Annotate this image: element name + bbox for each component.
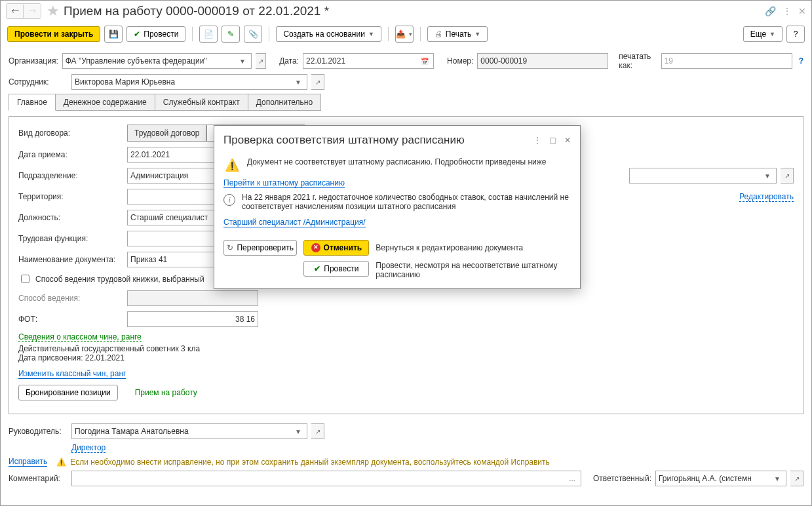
- close-icon[interactable]: ✕: [798, 6, 806, 16]
- change-rank-link[interactable]: Изменить классный чин, ранг: [18, 369, 126, 379]
- print-as-label: печатать как:: [619, 52, 657, 70]
- back-button[interactable]: 🡐: [7, 4, 24, 18]
- menu-icon[interactable]: ⋮: [783, 6, 792, 16]
- favorite-icon[interactable]: ★: [47, 3, 60, 20]
- head-post-link[interactable]: Директор: [71, 443, 106, 453]
- chevron-down-icon[interactable]: ▼: [762, 172, 773, 180]
- position-label: Должность:: [18, 213, 123, 222]
- chevron-down-icon[interactable]: ▼: [237, 58, 248, 65]
- resp-field[interactable]: Григорьянц А.А. (системн ▼: [655, 471, 786, 486]
- func-label: Трудовая функция:: [18, 234, 123, 243]
- window-title: Прием на работу 0000-000019 от 22.01.202…: [64, 4, 329, 18]
- dialog-close-icon[interactable]: ✕: [564, 136, 571, 145]
- save-button[interactable]: 💾: [104, 26, 123, 43]
- check-icon: ✔: [314, 264, 320, 273]
- date-label: Дата:: [279, 56, 299, 66]
- post-close-button[interactable]: Провести и закрыть: [7, 26, 100, 42]
- tab-contract[interactable]: Служебный контракт: [155, 94, 248, 111]
- accept-string: Прием на работу: [135, 388, 197, 397]
- pen-icon-button[interactable]: ✎: [222, 26, 240, 43]
- print-button[interactable]: 🖨Печать ▼: [427, 26, 488, 42]
- cancel-button[interactable]: Отменить: [303, 240, 369, 256]
- doc-name-label: Наименование документа:: [18, 255, 123, 264]
- expand-icon[interactable]: ↗: [311, 423, 324, 439]
- rank-date: Дата присвоения: 22.01.2021: [18, 353, 794, 362]
- contract-type-label: Вид договора:: [18, 128, 123, 138]
- help-button[interactable]: ?: [786, 26, 805, 43]
- goto-schedule-link[interactable]: Перейти к штатному расписанию: [223, 178, 345, 188]
- position-link[interactable]: Старший специалист /Администрация/: [223, 218, 366, 227]
- warn-icon: ⚠️: [56, 457, 66, 467]
- fot-field[interactable]: 38 16: [127, 311, 258, 327]
- num-field: 0000-000019: [477, 53, 608, 69]
- comment-label: Комментарий:: [9, 474, 68, 483]
- dialog-max-icon[interactable]: ▢: [549, 136, 556, 145]
- post-button[interactable]: ✔Провести: [126, 26, 185, 42]
- post-anyway-button[interactable]: ✔Провести: [303, 261, 369, 277]
- chevron-down-icon[interactable]: ▼: [292, 79, 304, 86]
- expand-icon[interactable]: ↗: [311, 74, 324, 90]
- bron-button[interactable]: Бронирование позиции: [18, 385, 118, 400]
- check-dialog: Проверка соответствия штатному расписани…: [214, 125, 581, 289]
- rank-header[interactable]: Сведения о классном чине, ранге: [18, 332, 142, 342]
- expand-icon[interactable]: ↗: [790, 471, 803, 486]
- workbook-label: Способ ведения трудовой книжки, выбранны…: [35, 275, 204, 284]
- division-label: Подразделение:: [18, 171, 123, 180]
- attach-button[interactable]: 📎: [244, 26, 262, 43]
- workbook-checkbox[interactable]: [21, 275, 29, 283]
- tab-extra[interactable]: Дополнительно: [248, 94, 321, 111]
- create-basis-button[interactable]: Создать на основании ▼: [276, 26, 381, 42]
- emp-field[interactable]: Викторова Мария Юрьевна ▼: [71, 74, 307, 90]
- method-label: Способ ведения:: [18, 294, 123, 303]
- comment-field[interactable]: …: [71, 471, 581, 486]
- dialog-title: Проверка соответствия штатному расписани…: [223, 134, 533, 147]
- chevron-down-icon[interactable]: ▼: [292, 428, 304, 435]
- head-label: Руководитель:: [9, 427, 68, 436]
- org-label: Организация:: [9, 56, 58, 66]
- num-label: Номер:: [447, 56, 473, 66]
- tab-money[interactable]: Денежное содержание: [55, 94, 155, 111]
- fix-link[interactable]: Исправить: [9, 457, 47, 467]
- emp-label: Сотрудник:: [9, 77, 68, 87]
- link-icon[interactable]: 🔗: [765, 6, 776, 16]
- print-as-field[interactable]: 19: [661, 53, 792, 69]
- division-ext[interactable]: ▼: [629, 168, 777, 184]
- org-field[interactable]: ФА "Управление субъекта федерации" ▼: [62, 53, 252, 69]
- dialog-menu-icon[interactable]: ⋮: [533, 136, 541, 145]
- territory-label: Территория:: [18, 192, 123, 201]
- tab-main[interactable]: Главное: [9, 94, 56, 111]
- recheck-button[interactable]: ↻Перепроверить: [223, 240, 297, 256]
- calendar-icon[interactable]: 📅: [419, 58, 431, 65]
- date-field[interactable]: 22.01.2021 📅: [303, 53, 434, 69]
- edit-link[interactable]: Редактировать: [739, 192, 794, 202]
- export-button[interactable]: 📤▾: [395, 26, 414, 43]
- fix-text: Если необходимо внести исправление, но п…: [70, 457, 550, 467]
- post-desc: Провести, несмотря на несоответствие шта…: [376, 261, 571, 279]
- warning-icon: ⚠️: [223, 157, 241, 173]
- method-field: [127, 290, 258, 306]
- expand-icon[interactable]: ↗: [781, 168, 794, 184]
- cancel-desc: Вернуться к редактированию документа: [376, 243, 571, 252]
- forward-button[interactable]: 🡒: [24, 4, 41, 18]
- rank-text: Действительный государственный советник …: [18, 344, 794, 353]
- ellipsis-icon[interactable]: …: [566, 475, 578, 482]
- warn-text: Документ не соответствует штатному распи…: [247, 157, 546, 166]
- doc-icon-button[interactable]: 📄: [199, 26, 218, 43]
- head-field[interactable]: Погодина Тамара Анатольевна ▼: [71, 423, 307, 439]
- red-x-icon: [311, 243, 320, 252]
- resp-label: Ответственный:: [593, 474, 651, 483]
- info-icon: i: [223, 194, 235, 206]
- contract-type-employment[interactable]: Трудовой договор: [127, 125, 206, 142]
- info-text: На 22 января 2021 г. недостаточное колич…: [242, 193, 571, 211]
- chevron-down-icon[interactable]: ▼: [771, 475, 783, 482]
- more-button[interactable]: Еще ▼: [743, 26, 783, 42]
- expand-icon[interactable]: ↗: [256, 53, 266, 69]
- help-icon[interactable]: ?: [799, 56, 803, 66]
- fot-label: ФОТ:: [18, 315, 123, 324]
- accept-date-label: Дата приема:: [18, 150, 123, 159]
